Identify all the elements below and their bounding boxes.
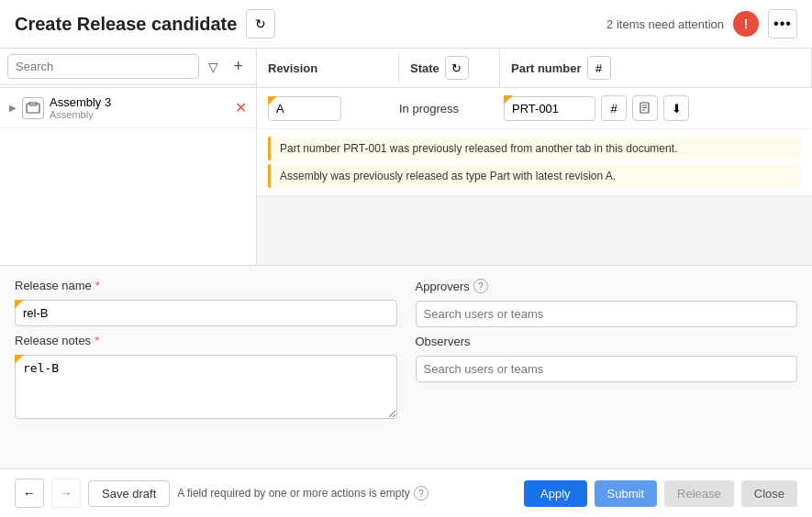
add-button[interactable]: + [228,55,249,78]
main-content: ▶ Assembly 3 Assembly ✕ In progress [0,88,812,265]
release-button: Release [664,480,734,507]
state-field: In progress [395,102,496,116]
release-notes-wrapper: rel-B [15,355,397,422]
part-number-field: # ⬇ [504,95,801,121]
sidebar: ▶ Assembly 3 Assembly ✕ [0,88,257,265]
release-name-label: Release name * [15,279,397,292]
right-column-headers: Revision State ↻ Part number # [257,49,812,87]
release-name-input[interactable] [15,300,397,326]
form-right: Approvers ? Observers [416,279,798,456]
part-number-warning-corner [504,95,513,104]
attention-button[interactable]: ! [733,11,759,37]
filter-button[interactable]: ▽ [205,56,222,78]
part-number-header: Part number # [500,49,812,87]
warning-message-0: Part number PRT-001 was previously relea… [268,137,801,160]
approvers-help-icon[interactable]: ? [473,279,488,293]
back-button[interactable]: ← [15,478,44,508]
remove-tree-item-button[interactable]: ✕ [235,99,247,116]
warning-message-1: Assembly was previously released as type… [268,164,801,188]
required-star-notes: * [95,334,99,347]
bottom-form: Release name * Release notes * rel-B App… [0,265,812,468]
close-button[interactable]: Close [741,480,797,507]
header: Create Release candidate ↻ 2 items need … [0,0,812,49]
part-number-refresh-button[interactable]: # [587,56,611,80]
refresh-header-button[interactable]: ↻ [246,9,275,38]
form-left: Release name * Release notes * rel-B [15,279,397,456]
tree-item-name: Assembly 3 [50,95,229,109]
revision-field [268,96,388,121]
assembly-icon [22,97,44,119]
column-headers: ▽ + Revision State ↻ Part number # [0,49,812,88]
data-row: In progress # ⬇ [257,88,812,129]
release-notes-label: Release notes * [15,334,397,347]
search-input[interactable] [7,54,199,79]
observers-label: Observers [416,335,798,348]
revision-input[interactable] [268,96,341,121]
apply-button[interactable]: Apply [524,480,587,507]
part-number-input[interactable] [504,96,595,121]
header-right: 2 items need attention ! ••• [606,9,797,38]
revision-header: Revision [257,54,399,82]
footer-message: A field required by one or more actions … [177,486,517,500]
attention-text: 2 items need attention [606,17,724,31]
forward-button: → [51,478,81,508]
save-draft-button[interactable]: Save draft [88,480,170,507]
search-bar: ▽ + [0,49,256,85]
sidebar-spacer: ▽ + [0,49,257,87]
state-header: State ↻ [399,49,500,87]
right-content: In progress # ⬇ Part number PRT-001 was … [257,88,812,265]
tree-label: Assembly 3 Assembly [50,95,229,120]
required-star-name: * [95,279,100,292]
part-number-icon-button[interactable]: # [601,95,627,121]
part-number-doc-button[interactable] [632,95,658,121]
footer: ← → Save draft A field required by one o… [0,468,812,517]
release-name-corner [15,300,24,309]
observers-input[interactable] [416,356,798,382]
warnings-section: Part number PRT-001 was previously relea… [257,129,812,196]
release-name-input-wrapper [15,300,397,326]
page-title: Create Release candidate [15,14,237,35]
tree-chevron-icon: ▶ [9,103,17,113]
revision-warning-corner [268,96,277,105]
tree-item-sub: Assembly [50,109,229,120]
submit-button[interactable]: Submit [595,480,657,507]
state-refresh-button[interactable]: ↻ [445,56,469,80]
release-notes-textarea[interactable]: rel-B [15,355,397,419]
approvers-label: Approvers ? [416,279,798,293]
release-notes-corner [15,355,24,364]
footer-help-icon[interactable]: ? [414,486,428,500]
part-number-download-button[interactable]: ⬇ [663,95,689,121]
tree-item-assembly[interactable]: ▶ Assembly 3 Assembly ✕ [0,88,256,128]
more-options-button[interactable]: ••• [768,9,797,38]
approvers-input[interactable] [416,301,798,327]
